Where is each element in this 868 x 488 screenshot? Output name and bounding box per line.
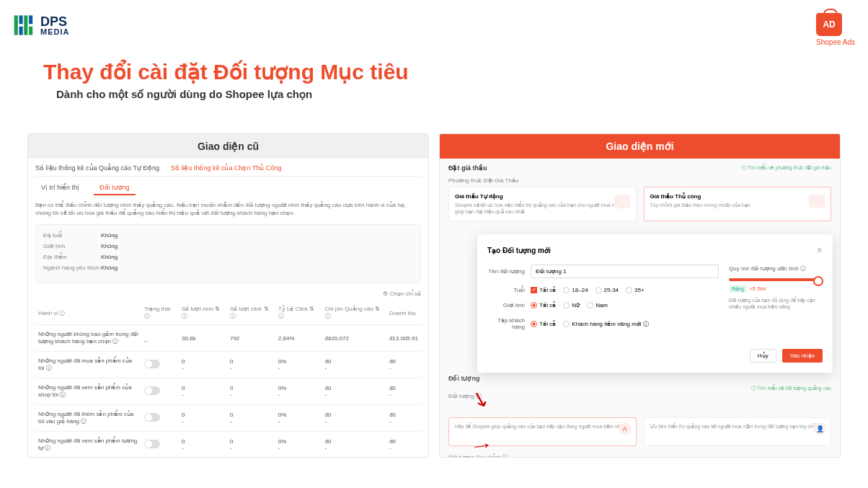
- modal-close-icon[interactable]: ×: [817, 244, 823, 256]
- bid-tip-link[interactable]: ⓘ Tìm hiểu về phương thức đặt giá thầu: [741, 164, 831, 172]
- cell-views: 0 -: [179, 405, 227, 432]
- seg-option-all[interactable]: Tất cả: [531, 321, 556, 327]
- cell-revenue: đ0 -: [386, 378, 421, 405]
- cell-status: [141, 378, 179, 405]
- cell-cost: đ0 -: [322, 378, 386, 405]
- audience-section-title: Đối tượng: [448, 375, 831, 382]
- cell-ctr: 0% -: [275, 352, 322, 378]
- cell-revenue: đ0 -: [386, 352, 421, 378]
- status-toggle[interactable]: [144, 360, 160, 368]
- age-option-35plus[interactable]: 35+: [626, 287, 645, 293]
- tab-audience[interactable]: Đối tượng: [94, 181, 136, 195]
- cell-behavior: Những người không bao gồm trong đối tượn…: [35, 325, 141, 352]
- annotation-arrow-2: →: [468, 434, 495, 457]
- cell-ctr: 2,84%: [275, 325, 322, 352]
- cell-clicks: 0 -: [227, 378, 275, 405]
- info-age-value: Không: [101, 232, 118, 239]
- cell-ctr: 0% -: [275, 405, 322, 432]
- bid-method-label: Phương thức Đặt Giá Thầu: [440, 177, 840, 187]
- info-category-value: Không: [101, 265, 118, 271]
- gender-option-female[interactable]: Nữ: [563, 302, 580, 309]
- status-toggle[interactable]: [144, 440, 160, 448]
- th-views: Số lượt xem ⇅ ⓘ: [179, 301, 227, 325]
- bid-card-auto[interactable]: Giá thầu Tự động Shopee sẽ tối ưu hóa vi…: [448, 187, 637, 221]
- bid-auto-title: Giá thầu Tự động: [455, 193, 630, 200]
- th-cost: Chi phí Quảng cáo ⇅ ⓘ: [322, 301, 386, 325]
- cell-behavior: Những người đã xem sản phẩm tương tự ⓘ: [35, 432, 141, 458]
- audience-info-block: Độ tuổiKhông Giới tínhKhông Địa điểmKhôn…: [35, 224, 421, 283]
- age-option-all[interactable]: Tất cả: [531, 287, 556, 293]
- cell-cost: đ0 -: [322, 352, 386, 378]
- status-toggle[interactable]: [144, 413, 160, 422]
- confirm-button[interactable]: Xác nhận: [782, 349, 823, 363]
- svg-rect-2: [19, 27, 23, 35]
- svg-rect-3: [24, 15, 27, 35]
- svg-rect-5: [29, 27, 32, 35]
- age-option-1824[interactable]: 18–24: [563, 287, 588, 293]
- shopee-ads-logo: AD Shopee Ads: [816, 13, 855, 46]
- aud-auto-icon: A: [619, 422, 632, 435]
- cell-cost: đ820.072: [322, 325, 386, 352]
- cell-ctr: 0% -: [275, 432, 322, 458]
- cell-views: 30.8k: [179, 325, 227, 352]
- shopee-ads-label: Shopee Ads: [816, 38, 855, 46]
- custom-audience-label: Đối tượng Tùy chỉnh ⓘ: [448, 453, 831, 458]
- bid-auto-desc: Shopee sẽ tối ưu hóa việc hiển thị quảng…: [455, 202, 630, 215]
- cell-status: [141, 432, 179, 458]
- estimate-note: Đối tượng của bạn đủ rộng để tiếp cận nh…: [729, 297, 823, 310]
- cell-views: 0 -: [179, 378, 227, 405]
- bid-manual-title: Giá thầu Thủ công: [650, 193, 825, 200]
- stats-tabs: Số liệu thống kê của Quảng cáo Tự Động S…: [35, 164, 421, 177]
- logo-line2: MEDIA: [40, 28, 69, 36]
- cancel-button[interactable]: Hủy: [750, 349, 776, 363]
- modal-title: Tạo Đối tượng mới: [487, 247, 551, 254]
- new-panel-header: Giao diện mới: [440, 134, 840, 159]
- audience-label: Đối tượng ⓘ: [448, 392, 831, 400]
- table-row: Những người không bao gồm trong đối tượn…: [35, 325, 421, 352]
- bid-manual-icon: [809, 195, 825, 208]
- cell-behavior: Những người đã thêm sản phẩm của tôi vào…: [35, 405, 141, 432]
- info-location-value: Không: [101, 254, 118, 260]
- bid-manual-desc: Tùy chỉnh giá thầu theo mong muốn của bạ…: [650, 202, 825, 208]
- cell-revenue: đ0 -: [386, 432, 421, 458]
- shopee-bag-icon: AD: [816, 13, 842, 36]
- svg-rect-0: [14, 15, 18, 35]
- old-panel-header: Giao diện cũ: [28, 134, 428, 159]
- svg-rect-1: [19, 15, 23, 24]
- tab-manual-stats[interactable]: Số liệu thống kê của Chọn Thủ Công: [171, 164, 281, 172]
- behavior-table: Hành vi ⓘ Trạng thái ⓘ Số lượt xem ⇅ ⓘ S…: [35, 301, 421, 458]
- info-location-label: Địa điểm: [43, 254, 101, 260]
- name-field-label: Tên đối tượng: [487, 268, 531, 275]
- bid-auto-icon: [614, 195, 630, 208]
- cell-clicks: 0 -: [227, 432, 275, 458]
- cell-views: 0 -: [179, 352, 227, 378]
- cell-clicks: 0 -: [227, 352, 275, 378]
- create-audience-modal: Tạo Đối tượng mới × Tên đối tượng Tuổi T…: [477, 234, 833, 373]
- choose-metrics-link[interactable]: ⚙ Chọn chỉ số: [35, 290, 421, 297]
- table-row: Những người đã mua sản phẩm của tôi ⓘ0 -…: [35, 352, 421, 378]
- gender-option-male[interactable]: Nam: [587, 302, 608, 309]
- audience-tip-link[interactable]: ⓘ Tìm hiểu về đối tượng quảng cáo: [751, 385, 831, 392]
- cell-status: _: [141, 325, 179, 352]
- audience-card-custom[interactable]: Ưu tiên hiển thị quảng cáo tới người mua…: [644, 417, 832, 446]
- info-gender-label: Giới tính: [43, 243, 101, 249]
- estimate-value: Rộng>5 Sm: [729, 285, 823, 293]
- audience-name-input[interactable]: [531, 265, 719, 278]
- cell-cost: đ0 -: [322, 405, 386, 432]
- info-category-label: Ngành hàng yêu thích: [43, 265, 101, 271]
- aud-custom-icon: 👤: [813, 422, 826, 435]
- estimate-slider: [729, 278, 823, 281]
- age-option-2534[interactable]: 25-34: [595, 287, 619, 293]
- gender-field-label: Giới tính: [487, 302, 531, 309]
- bid-card-manual[interactable]: Giá thầu Thủ công Tùy chỉnh giá thầu the…: [644, 187, 832, 221]
- tab-auto-stats[interactable]: Số liệu thống kê của Quảng cáo Tự Động: [35, 164, 159, 172]
- info-gender-value: Không: [101, 243, 118, 249]
- status-toggle[interactable]: [144, 386, 160, 395]
- table-row: Những người đã xem sản phẩm của shop tôi…: [35, 378, 421, 405]
- dps-logo: DPS MEDIA: [13, 13, 69, 37]
- audience-description: Bạn có thể điều chỉnh đối tượng nhìn thấ…: [35, 201, 421, 217]
- seg-option-new[interactable]: Khách hàng tiềm năng mới ⓘ: [563, 320, 649, 328]
- tab-placement[interactable]: Vị trí hiển thị: [35, 181, 85, 195]
- page-subtitle: Dành cho một số người dùng do Shopee lựa…: [56, 88, 312, 101]
- gender-option-all[interactable]: Tất cả: [531, 302, 556, 309]
